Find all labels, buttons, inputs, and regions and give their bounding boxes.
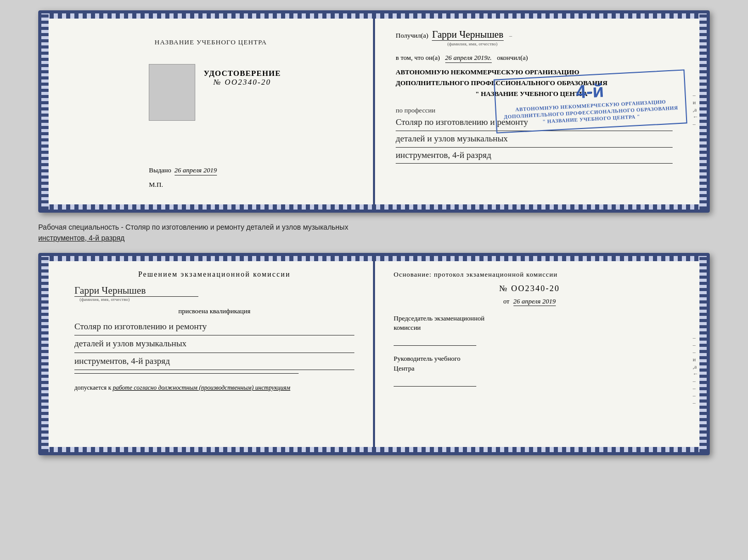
top-spread: НАЗВАНИЕ УЧЕБНОГО ЦЕНТРА УДОСТОВЕРЕНИЕ №… bbox=[38, 10, 710, 213]
qual-line2: деталей и узлов музыкальных bbox=[74, 335, 354, 353]
left-strip-bottom bbox=[41, 256, 49, 452]
left-page-content: НАЗВАНИЕ УЧЕБНОГО ЦЕНТРА УДОСТОВЕРЕНИЕ №… bbox=[133, 29, 281, 194]
basis-title: Основание: протокол экзаменационной коми… bbox=[394, 270, 665, 279]
caption-underline: инструментов, 4-й разряд bbox=[38, 234, 124, 242]
bottom-right-page: Основание: протокол экзаменационной коми… bbox=[373, 256, 707, 452]
profession-line2: деталей и узлов музыкальных bbox=[396, 131, 673, 148]
top-right-page: Получил(а) Гарри Чернышев – (фамилия, им… bbox=[373, 13, 707, 210]
caption-main: Рабочая специальность - Столяр по изгото… bbox=[38, 223, 348, 231]
profession-line3: инструментов, 4-й разряд bbox=[396, 148, 673, 164]
protocol-number: № OO2340-20 bbox=[394, 284, 665, 293]
issued-label: Выдано bbox=[149, 166, 171, 174]
caption: Рабочая специальность - Столяр по изгото… bbox=[38, 222, 710, 244]
director-block: Руководитель учебного Центра bbox=[394, 354, 665, 386]
allowed-text: работе согласно должностным (производств… bbox=[113, 384, 290, 391]
director-line1: Руководитель учебного bbox=[394, 355, 460, 362]
bottom-right-side-letters: –––и,а←–––– bbox=[693, 334, 698, 406]
right-side-letters: –и,а←– bbox=[693, 92, 698, 127]
chairman-label: Председатель экзаменационной комиссии bbox=[394, 314, 665, 332]
allowed-prefix: допускается к bbox=[74, 384, 111, 391]
qual-line1: Столяр по изготовлению и ремонту bbox=[74, 318, 354, 335]
right-strip bbox=[699, 13, 707, 210]
date-handwritten: 26 апреля 2019г. bbox=[445, 54, 492, 63]
received-label: Получил(а) bbox=[396, 31, 428, 39]
director-line2: Центра bbox=[394, 364, 414, 372]
top-left-page: НАЗВАНИЕ УЧЕБНОГО ЦЕНТРА УДОСТОВЕРЕНИЕ №… bbox=[41, 13, 373, 210]
name-sublabel-top-text: (фамилия, имя, отчество) bbox=[447, 41, 673, 46]
left-strip bbox=[41, 13, 49, 210]
decision-title: Решением экзаменационной комиссии bbox=[74, 270, 354, 279]
chairman-block: Председатель экзаменационной комиссии bbox=[394, 314, 665, 346]
stamp-box: 4-й АВТОНОМНУЮ НЕКОММЕРЧЕСКУЮ ОРГАНИЗАЦИ… bbox=[494, 69, 688, 133]
in-that-label: в том, что он(а) bbox=[396, 54, 440, 62]
from-date-value: 26 апреля 2019 bbox=[513, 297, 556, 306]
name-sublabel-top: – bbox=[509, 33, 512, 39]
chairman-line2: комиссии bbox=[394, 324, 421, 331]
photo-placeholder bbox=[149, 64, 195, 121]
bottom-name-sublabel: (фамилия, имя, отчество) bbox=[80, 297, 354, 302]
bottom-spread: Решением экзаменационной комиссии Гарри … bbox=[38, 253, 710, 455]
bottom-recipient-name: Гарри Чернышев bbox=[74, 285, 198, 297]
qual-line3: инструментов, 4-й разряд bbox=[74, 353, 354, 370]
chairman-sign-line bbox=[394, 334, 476, 346]
allowed-block: допускается к работе согласно должностны… bbox=[74, 384, 354, 392]
bottom-left-page: Решением экзаменационной комиссии Гарри … bbox=[41, 256, 373, 452]
chairman-line1: Председатель экзаменационной bbox=[394, 314, 485, 322]
assigned-label: присвоена квалификация bbox=[74, 307, 354, 315]
right-strip-bottom bbox=[699, 256, 707, 452]
cert-label: УДОСТОВЕРЕНИЕ bbox=[204, 69, 281, 78]
finished-label: окончил(а) bbox=[497, 54, 528, 62]
recipient-name-top: Гарри Чернышев bbox=[432, 29, 503, 41]
director-sign-line bbox=[394, 375, 476, 387]
institution-title: НАЗВАНИЕ УЧЕБНОГО ЦЕНТРА bbox=[141, 38, 281, 46]
from-label: от bbox=[503, 297, 509, 305]
issued-date: 26 апреля 2019 bbox=[175, 166, 217, 175]
director-label: Руководитель учебного Центра bbox=[394, 354, 665, 373]
cert-number: № OO2340-20 bbox=[204, 78, 281, 87]
mp-label: М.П. bbox=[149, 181, 163, 189]
